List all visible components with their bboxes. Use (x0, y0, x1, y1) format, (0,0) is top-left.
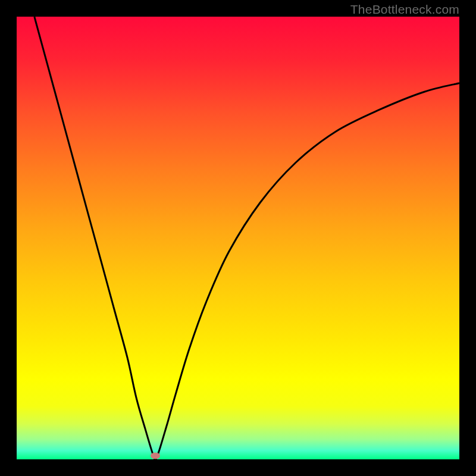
plot-area (17, 17, 459, 459)
watermark-text: TheBottleneck.com (350, 2, 459, 17)
curve-layer (17, 17, 459, 459)
bottleneck-curve (35, 17, 459, 459)
minimum-marker (151, 453, 160, 459)
chart-frame: TheBottleneck.com (0, 0, 476, 476)
